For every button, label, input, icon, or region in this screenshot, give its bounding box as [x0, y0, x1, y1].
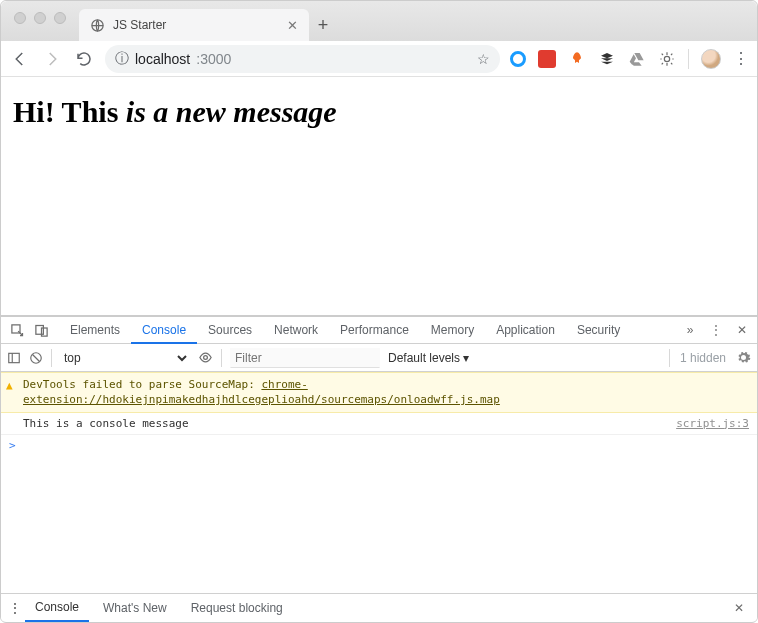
console-warning-row[interactable]: ▲ DevTools failed to parse SourceMap: ch… [1, 372, 757, 413]
address-bar[interactable]: ⓘ localhost:3000 ☆ [105, 45, 500, 73]
clear-console-icon[interactable] [29, 351, 43, 365]
console-log-row[interactable]: This is a console message script.js:3 [1, 413, 757, 435]
tab-security[interactable]: Security [566, 317, 631, 343]
url-host: localhost [135, 51, 190, 67]
close-window-icon[interactable] [14, 12, 26, 24]
inspect-element-icon[interactable] [5, 317, 29, 343]
extension-stack-icon[interactable] [598, 50, 616, 68]
forward-button[interactable] [41, 48, 63, 70]
extension-bug-icon[interactable] [658, 50, 676, 68]
tabs-overflow-icon[interactable]: » [679, 323, 701, 337]
console-filter-input[interactable] [230, 348, 380, 368]
extension-drive-icon[interactable] [628, 50, 646, 68]
toolbar-separator [51, 349, 52, 367]
window-titlebar: JS Starter ✕ + [1, 1, 757, 41]
hidden-messages-count[interactable]: 1 hidden [680, 351, 726, 365]
bookmark-star-icon[interactable]: ☆ [477, 51, 490, 67]
devtools-tabstrip: Elements Console Sources Network Perform… [1, 317, 757, 344]
svg-point-7 [204, 356, 208, 360]
devtools-drawer: ⋮ Console What's New Request blocking ✕ [1, 593, 757, 621]
tab-network[interactable]: Network [263, 317, 329, 343]
globe-icon [89, 17, 105, 33]
toolbar-separator [221, 349, 222, 367]
svg-rect-5 [9, 353, 20, 362]
svg-rect-3 [35, 325, 43, 334]
warning-icon: ▲ [6, 378, 13, 393]
tab-elements[interactable]: Elements [59, 317, 131, 343]
drawer-tab-console[interactable]: Console [25, 595, 89, 622]
toolbar-separator [688, 49, 689, 69]
devtools-panel: Elements Console Sources Network Perform… [1, 317, 757, 621]
console-settings-icon[interactable] [736, 350, 751, 365]
svg-rect-4 [41, 328, 47, 336]
log-message: This is a console message [23, 417, 189, 430]
device-toolbar-icon[interactable] [29, 317, 53, 343]
tab-console[interactable]: Console [131, 318, 197, 344]
log-levels-dropdown[interactable]: Default levels ▾ [388, 351, 469, 365]
tab-close-icon[interactable]: ✕ [285, 18, 299, 33]
tab-performance[interactable]: Performance [329, 317, 420, 343]
heading-italic-text: is a new message [126, 95, 337, 128]
browser-tab[interactable]: JS Starter ✕ [79, 9, 309, 41]
traffic-lights [1, 1, 79, 24]
extension-circle-icon[interactable] [510, 51, 526, 67]
page-viewport: Hi! This is a new message [1, 77, 757, 317]
prompt-caret: > [9, 439, 16, 452]
back-button[interactable] [9, 48, 31, 70]
drawer-close-icon[interactable]: ✕ [729, 601, 749, 615]
devtools-close-icon[interactable]: ✕ [731, 323, 753, 337]
url-port: :3000 [196, 51, 231, 67]
log-source-link[interactable]: script.js:3 [676, 417, 749, 430]
console-output: ▲ DevTools failed to parse SourceMap: ch… [1, 372, 757, 593]
tab-application[interactable]: Application [485, 317, 566, 343]
profile-avatar[interactable] [701, 49, 721, 69]
live-expression-icon[interactable] [198, 350, 213, 365]
drawer-tab-request-blocking[interactable]: Request blocking [181, 594, 293, 621]
tab-sources[interactable]: Sources [197, 317, 263, 343]
browser-menu-icon[interactable]: ⋮ [733, 49, 749, 68]
tab-memory[interactable]: Memory [420, 317, 485, 343]
page-heading: Hi! This is a new message [13, 95, 745, 129]
site-info-icon[interactable]: ⓘ [115, 50, 129, 68]
console-toolbar: top Default levels ▾ 1 hidden [1, 344, 757, 372]
toolbar-separator [669, 349, 670, 367]
extension-red-icon[interactable] [538, 50, 556, 68]
devtools-menu-icon[interactable]: ⋮ [705, 323, 727, 337]
drawer-tab-whatsnew[interactable]: What's New [93, 594, 177, 621]
warning-text: DevTools failed to parse SourceMap: [23, 378, 261, 391]
console-sidebar-toggle-icon[interactable] [7, 351, 21, 365]
minimize-window-icon[interactable] [34, 12, 46, 24]
svg-point-1 [664, 56, 669, 61]
extensions-row: ⋮ [510, 49, 749, 69]
browser-toolbar: ⓘ localhost:3000 ☆ ⋮ [1, 41, 757, 77]
tab-title: JS Starter [113, 18, 277, 32]
extension-rocket-icon[interactable] [568, 50, 586, 68]
maximize-window-icon[interactable] [54, 12, 66, 24]
new-tab-button[interactable]: + [309, 11, 337, 39]
console-prompt[interactable]: > [1, 435, 757, 456]
reload-button[interactable] [73, 48, 95, 70]
heading-text: Hi! This [13, 95, 126, 128]
context-selector[interactable]: top [60, 350, 190, 366]
drawer-menu-icon[interactable]: ⋮ [9, 601, 21, 615]
